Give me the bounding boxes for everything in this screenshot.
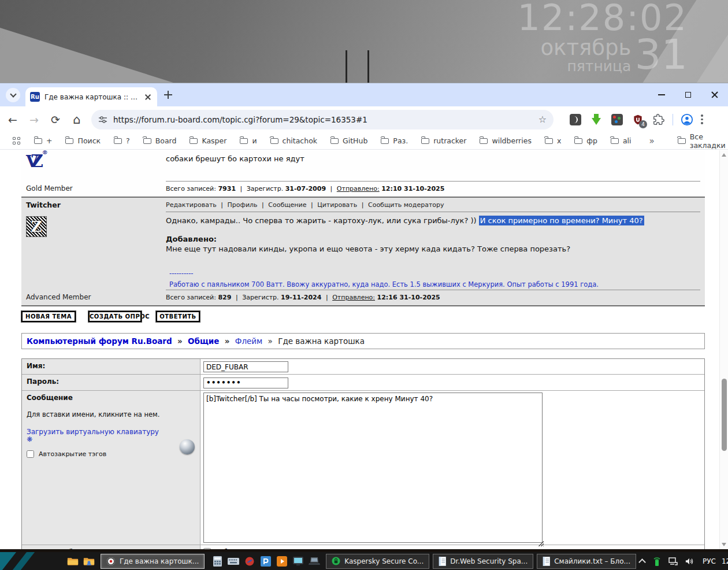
browser-tab[interactable]: Ru Где важна картошка :: Флейм <box>25 87 157 106</box>
task-label: Dr.Web Security Spa... <box>450 557 528 565</box>
toolbar-divider <box>673 114 673 125</box>
url-text[interactable]: https://forum.ru-board.com/topic.cgi?for… <box>113 115 534 124</box>
maximize-button[interactable] <box>675 83 701 106</box>
insert-name-hint: Для вставки имени, кликните на нем. <box>27 410 195 419</box>
home-button[interactable]: ⌂ <box>68 111 86 128</box>
file-explorer-icon[interactable] <box>65 553 81 569</box>
report-link[interactable]: Сообщить модератору <box>368 201 444 209</box>
smiley-orb-button[interactable] <box>180 439 195 454</box>
bookmark-folder[interactable]: и <box>240 136 257 145</box>
vertical-scrollbar[interactable] <box>719 150 728 549</box>
browser-task-icon <box>106 557 116 566</box>
plus-icon <box>168 91 169 99</box>
folder-icon <box>270 138 278 144</box>
reply-button[interactable]: ОТВЕТИТЬ <box>156 311 200 322</box>
extension-idm-icon[interactable] <box>569 113 582 127</box>
paintnet-icon[interactable] <box>258 553 274 569</box>
post-message: собаки брешут бо картохи не ядут <box>166 150 700 164</box>
minimize-button[interactable] <box>648 83 675 106</box>
extension-download-icon[interactable] <box>589 113 603 127</box>
bookmark-folder[interactable]: x <box>545 136 561 145</box>
bookmark-label: + <box>46 136 52 145</box>
monitor-app-icon[interactable] <box>290 553 306 569</box>
tab-search-button[interactable] <box>6 88 20 102</box>
language-indicator[interactable]: РУС <box>703 557 716 565</box>
edit-link[interactable]: Редактировать <box>166 201 217 209</box>
bookmark-folder[interactable]: ? <box>114 136 130 145</box>
download-master-icon[interactable] <box>242 553 258 569</box>
menu-kebab-icon[interactable] <box>701 114 703 124</box>
virtual-keyboard-link[interactable]: Загрузить виртуальную клавиатуру <box>27 428 195 436</box>
address-bar[interactable]: https://forum.ru-board.com/topic.cgi?for… <box>91 110 554 129</box>
tray-clock[interactable]: 12:28:02 <box>722 557 728 565</box>
reload-button[interactable]: ⟳ <box>47 111 64 128</box>
site-settings-icon[interactable] <box>98 115 107 124</box>
password-input[interactable] <box>203 377 288 388</box>
taskbar-task-notepad[interactable]: Смайлики.txt – Бло... <box>537 554 636 569</box>
sent-link[interactable]: Отправлено: <box>337 185 380 193</box>
resize-handle[interactable] <box>538 541 544 546</box>
keyboard-icon[interactable] <box>225 553 242 569</box>
reg-value: 31-07-2009 <box>285 185 326 193</box>
message-textarea[interactable]: [b]Twitcher[/b] Ты на часы посмотри, как… <box>203 393 543 543</box>
autoclose-checkbox[interactable] <box>27 450 34 458</box>
tray-expand-chevron[interactable] <box>638 558 646 566</box>
bookmark-folder[interactable]: rutracker <box>421 136 466 145</box>
added-label: Добавлено: <box>166 234 700 245</box>
tab-close-button[interactable] <box>143 92 153 102</box>
reg-label: Зарегистр. <box>247 185 283 193</box>
scroll-down-arrow[interactable] <box>722 543 726 546</box>
all-bookmarks-button[interactable]: Все закладки <box>678 132 726 150</box>
message-link[interactable]: Сообщение <box>268 201 306 209</box>
profile-avatar[interactable] <box>680 113 694 127</box>
bookmark-folder[interactable]: + <box>34 136 52 145</box>
bookmarks-overflow-chevron[interactable]: » <box>649 136 655 146</box>
extension-colors-icon[interactable] <box>610 113 624 127</box>
name-input[interactable] <box>203 361 288 372</box>
create-poll-button[interactable]: СОЗДАТЬ ОПРОС <box>88 311 142 322</box>
speaker-icon[interactable] <box>683 555 696 568</box>
media-player-icon[interactable] <box>274 553 290 569</box>
bookmark-folder[interactable]: фр <box>574 136 597 145</box>
breadcrumb-root-link[interactable]: Компьютерный форум Ru.Board <box>27 336 172 346</box>
network-icon[interactable] <box>667 555 679 568</box>
scroll-up-arrow[interactable] <box>722 153 726 157</box>
close-icon <box>711 91 719 99</box>
bookmark-star-icon[interactable]: ☆ <box>538 114 547 125</box>
bookmark-folder[interactable]: ali <box>611 136 632 145</box>
calculator-icon[interactable] <box>209 553 225 569</box>
apps-grid-icon[interactable] <box>13 137 20 145</box>
back-button[interactable]: ← <box>4 111 21 128</box>
taskbar-task-kaspersky[interactable]: Kaspersky Secure Co... <box>326 554 429 569</box>
extension-ublock-icon[interactable]: 4 <box>631 113 645 127</box>
page-content: VZ® Gold Member собаки брешут бо картохи… <box>0 150 728 549</box>
tray-antenna-icon[interactable] <box>651 555 663 568</box>
breadcrumb-section-link[interactable]: Общие <box>188 336 219 346</box>
bookmark-label: rutracker <box>433 136 466 145</box>
scrollbar-thumb[interactable] <box>722 379 727 451</box>
new-topic-button[interactable]: НОВАЯ ТЕМА <box>21 311 76 322</box>
post-author[interactable]: Twitcher <box>26 201 157 209</box>
laptop-app-icon[interactable] <box>306 553 322 569</box>
new-tab-button[interactable] <box>164 90 173 99</box>
quote-link[interactable]: Цитировать <box>317 201 357 209</box>
sent-value: 12:16 31-10-2025 <box>377 294 440 301</box>
user-folder-icon[interactable] <box>81 553 97 569</box>
taskbar-task-browser[interactable]: Где важна картошк... <box>101 554 205 569</box>
taskbar-task-drweb[interactable]: Dr.Web Security Spa... <box>433 554 533 569</box>
sent-link[interactable]: Отправлено: <box>332 294 375 301</box>
bookmark-folder[interactable]: Kasper <box>190 136 226 145</box>
close-button[interactable] <box>701 83 728 106</box>
bookmark-folder[interactable]: Поиск <box>65 136 101 145</box>
bookmark-folder[interactable]: chitachok <box>270 136 318 145</box>
breadcrumb-forum-link[interactable]: Флейм <box>235 336 263 346</box>
breadcrumb: Компьютерный форум Ru.Board » Общие » Фл… <box>21 333 705 349</box>
clock-month: октябрь <box>540 37 631 58</box>
bookmark-folder[interactable]: wildberries <box>480 136 531 145</box>
bookmark-folder[interactable]: Board <box>143 136 177 145</box>
bookmark-folder[interactable]: GitHub <box>330 136 367 145</box>
forward-button[interactable]: → <box>25 111 43 128</box>
extensions-puzzle-icon[interactable] <box>652 113 666 127</box>
profile-link[interactable]: Профиль <box>228 201 258 209</box>
bookmark-folder[interactable]: Раз. <box>381 136 408 145</box>
